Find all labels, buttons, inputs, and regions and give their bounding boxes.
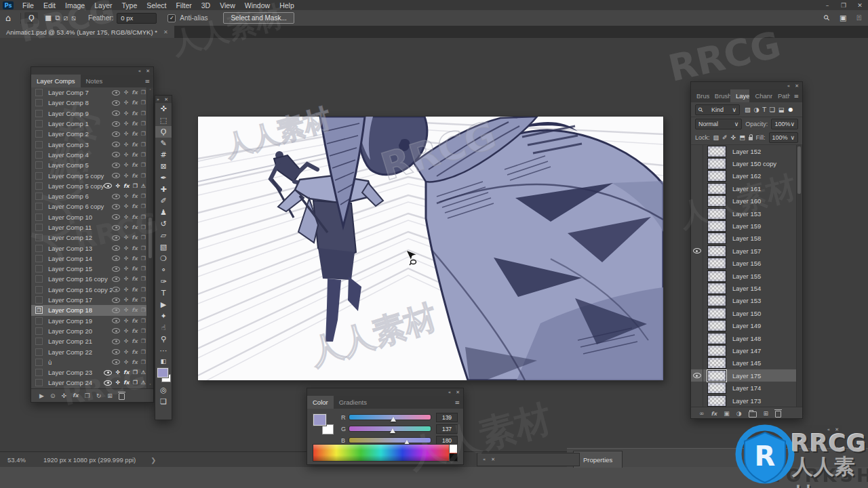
comp-apply-box[interactable] bbox=[35, 89, 43, 96]
layer-comp-row[interactable]: Layer Comp 2✜fx❐ bbox=[31, 129, 153, 139]
scrollbar[interactable]: ˄ ˅ bbox=[146, 87, 153, 388]
menu-edit[interactable]: Edit bbox=[39, 1, 60, 9]
layer-comp-row[interactable]: Layer Comp 15✜fx❐ bbox=[31, 264, 153, 274]
menu-filter[interactable]: Filter bbox=[171, 1, 196, 9]
comp-apply-box[interactable] bbox=[35, 120, 43, 127]
layer-comp-row[interactable]: Layer Comp 16 copy 2✜fx❐ bbox=[31, 285, 153, 295]
feather-input[interactable]: 0 px bbox=[117, 13, 157, 24]
tab-gradients[interactable]: Gradients bbox=[334, 396, 372, 409]
eyedropper-tool[interactable]: ✒ bbox=[155, 172, 172, 184]
filter-adjustment-icon[interactable]: ◑ bbox=[753, 106, 759, 113]
apply-comp-button[interactable]: ▶ bbox=[39, 392, 44, 399]
layer-row[interactable]: Layer 154 bbox=[691, 282, 802, 294]
canvas[interactable] bbox=[198, 117, 663, 380]
scroll-up-icon[interactable]: ˄ bbox=[149, 88, 151, 93]
layer-thumbnail[interactable] bbox=[707, 283, 726, 294]
layer-thumbnail[interactable] bbox=[707, 208, 726, 220]
tab-properties[interactable]: Properties bbox=[573, 451, 623, 468]
layer-visibility-toggle[interactable] bbox=[691, 282, 703, 294]
close-icon[interactable]: ✕ bbox=[835, 427, 839, 432]
menu-file[interactable]: File bbox=[18, 1, 39, 9]
layer-visibility-toggle[interactable] bbox=[691, 270, 703, 282]
collapse-icon[interactable]: « bbox=[483, 457, 486, 462]
comp-apply-box[interactable] bbox=[35, 245, 43, 252]
visibility-eye-icon[interactable] bbox=[112, 214, 120, 220]
layer-row[interactable]: Layer 174 bbox=[691, 382, 802, 394]
brush-tool[interactable]: ✐ bbox=[155, 195, 172, 207]
share-icon[interactable]: ⍐ bbox=[856, 14, 861, 22]
layer-thumbnail[interactable] bbox=[707, 357, 726, 369]
update-comp-button[interactable]: ❐ bbox=[85, 392, 90, 399]
collapse-icon[interactable]: « bbox=[448, 390, 451, 395]
close-icon[interactable]: ✕ bbox=[491, 457, 495, 462]
screen-mode-button[interactable]: ❏ bbox=[155, 396, 172, 407]
layer-row[interactable]: Layer 149 bbox=[691, 319, 802, 331]
path-select-tool[interactable]: ▶ bbox=[155, 299, 172, 310]
comp-apply-box[interactable] bbox=[35, 286, 43, 293]
layer-comp-row[interactable]: Layer Comp 12✜fx❐ bbox=[31, 232, 153, 243]
visibility-eye-icon[interactable] bbox=[112, 245, 120, 251]
expand-icon[interactable]: » bbox=[157, 97, 159, 102]
comp-apply-box[interactable] bbox=[35, 172, 43, 180]
menu-3d[interactable]: 3D bbox=[197, 1, 215, 9]
layer-thumbnail[interactable] bbox=[707, 308, 726, 319]
clone-stamp-tool[interactable]: ♟ bbox=[155, 207, 172, 218]
update-visibility-button[interactable]: ⊙ bbox=[50, 392, 56, 399]
layer-comp-row[interactable]: Layer Comp 8✜fx❐ bbox=[31, 98, 153, 108]
visibility-eye-icon[interactable] bbox=[112, 256, 120, 261]
delete-comp-button[interactable] bbox=[119, 393, 125, 400]
layer-visibility-toggle[interactable] bbox=[691, 170, 703, 182]
layer-comp-row[interactable]: Layer Comp 6✜fx❐ bbox=[31, 191, 153, 201]
layer-row[interactable]: Layer 153 bbox=[691, 207, 802, 220]
layer-visibility-toggle[interactable] bbox=[691, 382, 703, 394]
layer-visibility-toggle[interactable] bbox=[691, 195, 703, 207]
crop-tool[interactable]: # bbox=[155, 149, 172, 161]
comp-apply-box[interactable] bbox=[35, 130, 43, 138]
comp-apply-box[interactable] bbox=[35, 275, 43, 283]
layer-thumbnail[interactable] bbox=[707, 395, 726, 407]
layer-visibility-toggle[interactable] bbox=[691, 319, 703, 331]
channel-slider[interactable] bbox=[349, 414, 431, 420]
zoom-tool[interactable]: ⚲ bbox=[155, 333, 172, 345]
layer-row[interactable]: Layer 162 bbox=[691, 170, 802, 182]
kind-filter-select[interactable]: ⚲ Kind ∨ bbox=[695, 104, 740, 115]
visibility-eye-icon[interactable] bbox=[112, 173, 120, 178]
hand-tool[interactable]: ☝ bbox=[155, 322, 172, 333]
layer-row[interactable]: Layer 155 bbox=[691, 270, 802, 282]
menu-select[interactable]: Select bbox=[142, 1, 171, 9]
status-chevron-icon[interactable]: ❯ bbox=[151, 456, 156, 464]
comp-apply-box[interactable]: ❐ bbox=[35, 306, 43, 314]
default-colors-icon[interactable]: ◧ bbox=[155, 357, 172, 365]
new-selection-icon[interactable]: ■ bbox=[45, 14, 52, 22]
layer-thumbnail[interactable] bbox=[707, 245, 726, 257]
layer-visibility-toggle[interactable] bbox=[691, 357, 703, 369]
layer-comp-row[interactable]: Layer Comp 23✜fx❐⚠ bbox=[31, 367, 153, 378]
layer-thumbnail[interactable] bbox=[707, 183, 726, 195]
layer-thumbnail[interactable] bbox=[707, 146, 726, 157]
filter-shape-icon[interactable]: ❏ bbox=[770, 106, 776, 113]
quick-mask-button[interactable]: ◎ bbox=[155, 384, 172, 396]
layer-comp-row[interactable]: Layer Comp 3✜fx❐ bbox=[31, 139, 153, 149]
frame-tool[interactable]: ⊠ bbox=[155, 161, 172, 172]
opacity-select[interactable]: 100% ∨ bbox=[771, 119, 798, 129]
layer-row[interactable]: Layer 160 bbox=[691, 195, 802, 207]
tab-color[interactable]: Color bbox=[307, 396, 334, 409]
add-to-selection-icon[interactable]: ⧉ bbox=[55, 14, 60, 22]
layer-row[interactable]: Layer 150 copy bbox=[691, 157, 802, 169]
marquee-tool[interactable]: ⬚ bbox=[155, 115, 172, 126]
shape-tool[interactable]: ✦ bbox=[155, 310, 172, 322]
comp-apply-box[interactable] bbox=[35, 327, 43, 335]
filter-smart-object-icon[interactable]: ⬓ bbox=[778, 106, 785, 113]
foreground-color-swatch[interactable] bbox=[157, 368, 168, 378]
menu-view[interactable]: View bbox=[215, 1, 240, 9]
foreground-color-swatch[interactable] bbox=[313, 414, 326, 426]
comp-apply-box[interactable] bbox=[35, 182, 43, 190]
layer-thumbnail[interactable] bbox=[707, 270, 726, 282]
visibility-eye-icon[interactable] bbox=[112, 359, 120, 365]
layer-row[interactable]: Layer 157 bbox=[691, 245, 802, 257]
layer-row[interactable]: Layer 161 bbox=[691, 182, 802, 195]
visibility-eye-icon[interactable] bbox=[112, 225, 120, 230]
layer-comp-row[interactable]: Layer Comp 5 copy 2✜fx❐⚠ bbox=[31, 181, 153, 191]
comp-apply-box[interactable] bbox=[35, 214, 43, 221]
layer-visibility-toggle[interactable] bbox=[691, 232, 703, 245]
